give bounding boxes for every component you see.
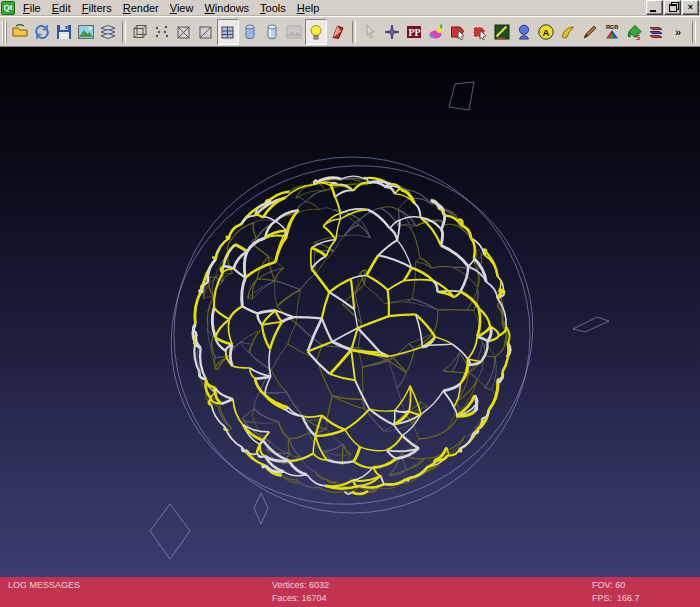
gold-horn-tool-button[interactable] [557, 19, 579, 45]
meshlab-window: Qt FileEditFiltersRenderViewWindowsTools… [0, 0, 700, 607]
status-bar: LOG MESSAGES Vertices: 6032 Faces: 16704… [0, 577, 700, 607]
viewport-canvas[interactable] [0, 47, 700, 579]
bulb-icon [307, 23, 325, 41]
dart-icon [383, 23, 401, 41]
toolbar-overflow-1-button[interactable]: » [667, 19, 689, 45]
menu-windows[interactable]: Windows [199, 1, 255, 15]
svg-text:»: » [675, 26, 681, 38]
selface-icon [449, 23, 467, 41]
main-toolbar: PPARGBS»» [0, 16, 700, 47]
toggle-light-button[interactable] [305, 19, 327, 45]
layer-dialog-button[interactable] [97, 19, 119, 45]
edit-align-button[interactable] [381, 19, 403, 45]
toolbar-separator [122, 21, 126, 43]
close-button[interactable]: × [682, 0, 699, 15]
layers-icon [99, 23, 117, 41]
restore-button[interactable] [664, 0, 681, 15]
restore-icon [669, 4, 677, 12]
edit-pickpoints-button[interactable]: PP [403, 19, 425, 45]
redlayers-icon [647, 23, 665, 41]
bbox-icon [131, 23, 149, 41]
selconn-icon [471, 23, 489, 41]
render-flat-button[interactable] [239, 19, 261, 45]
horn-icon [559, 23, 577, 41]
cylsmooth-icon [263, 23, 281, 41]
fill-color-tool-button[interactable]: S [623, 19, 645, 45]
wire-icon [175, 23, 193, 41]
render-flat-lines-button[interactable] [217, 19, 239, 45]
brush-icon [581, 23, 599, 41]
measure-icon [493, 23, 511, 41]
close-icon: × [688, 3, 693, 12]
svg-text:A: A [543, 26, 550, 37]
rgb-paint-tool-button[interactable]: RGB [601, 19, 623, 45]
svg-text:S: S [636, 33, 641, 40]
svg-text:RGB: RGB [606, 24, 618, 30]
toolbar-separator [692, 21, 696, 43]
menu-edit[interactable]: Edit [47, 1, 77, 15]
fps-value: FPS: 166.7 [592, 592, 700, 605]
render-wireframe-button[interactable] [173, 19, 195, 45]
edit-head-tool-button[interactable] [513, 19, 535, 45]
menu-view[interactable]: View [165, 1, 200, 15]
layer-color-tool-button[interactable] [645, 19, 667, 45]
qt-app-icon: Qt [1, 1, 15, 15]
pointer-icon [361, 23, 379, 41]
backface-icon [329, 23, 347, 41]
toolbar-grip[interactable] [2, 21, 7, 43]
render-backface-button[interactable] [327, 19, 349, 45]
3d-viewport [0, 47, 700, 577]
minimize-button[interactable] [646, 0, 663, 15]
log-messages-label: LOG MESSAGES [8, 579, 272, 592]
paint-tool-button[interactable] [579, 19, 601, 45]
chev-icon: » [669, 23, 687, 41]
render-bbox-button[interactable] [129, 19, 151, 45]
acircle-icon: A [537, 23, 555, 41]
edit-escape-pointer-button [359, 19, 381, 45]
reload-button[interactable] [31, 19, 53, 45]
floppy-icon [55, 23, 73, 41]
flatlines-icon [219, 23, 237, 41]
snapshot-button[interactable] [75, 19, 97, 45]
fov-value: FOV: 60 [592, 579, 700, 592]
render-points-button[interactable] [151, 19, 173, 45]
faces-count: Faces: 16704 [272, 592, 592, 605]
render-smooth-button[interactable] [261, 19, 283, 45]
menu-help[interactable]: Help [292, 1, 326, 15]
render-texture-button [283, 19, 305, 45]
annotation-tool-button[interactable]: A [535, 19, 557, 45]
hidden-icon [197, 23, 215, 41]
toolbar-separator [352, 21, 356, 43]
select-faces-button[interactable] [447, 19, 469, 45]
cylflat-icon [241, 23, 259, 41]
rgb-icon: RGB [603, 23, 621, 41]
head-icon [515, 23, 533, 41]
reload-icon [33, 23, 51, 41]
quality-mapper-button[interactable] [425, 19, 447, 45]
vertices-count: Vertices: 6032 [272, 579, 592, 592]
select-connected-faces-button[interactable] [469, 19, 491, 45]
folder-icon [11, 23, 29, 41]
menu-tools[interactable]: Tools [255, 1, 292, 15]
texture-icon [285, 23, 303, 41]
menu-bar: Qt FileEditFiltersRenderViewWindowsTools… [0, 0, 700, 16]
rabbit-icon [427, 23, 445, 41]
menu-render[interactable]: Render [118, 1, 165, 15]
measure-tool-button[interactable] [491, 19, 513, 45]
bucket-icon: S [625, 23, 643, 41]
render-hidden-lines-button[interactable] [195, 19, 217, 45]
pp-icon: PP [405, 23, 423, 41]
open-project-button[interactable] [9, 19, 31, 45]
menu-filters[interactable]: Filters [77, 1, 118, 15]
minimize-icon [650, 10, 656, 12]
points-icon [153, 23, 171, 41]
svg-text:P: P [415, 27, 421, 38]
picture-icon [77, 23, 95, 41]
menu-file[interactable]: File [18, 1, 47, 15]
save-project-button[interactable] [53, 19, 75, 45]
